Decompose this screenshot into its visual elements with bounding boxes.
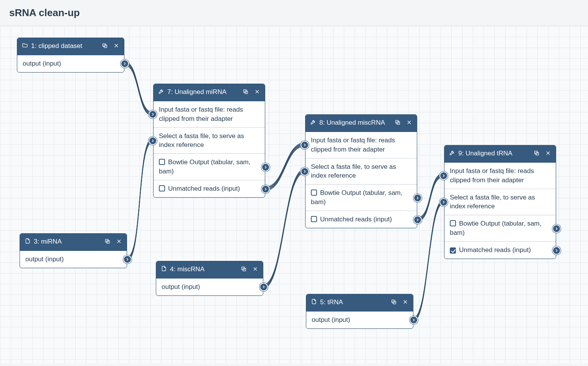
node-header[interactable]: 3: miRNA xyxy=(20,234,127,251)
port[interactable] xyxy=(301,141,309,149)
port[interactable] xyxy=(413,216,422,224)
port[interactable] xyxy=(261,185,270,193)
copy-icon[interactable] xyxy=(104,238,111,244)
page-title: sRNA clean-up xyxy=(0,0,588,26)
node-n9[interactable]: 9: Unaligned tRNAInput fasta or fastq fi… xyxy=(444,145,556,259)
bowtie-output-row: Bowtie Output (tabular, sam, bam) xyxy=(444,215,556,241)
output-row: output (input) xyxy=(20,251,127,268)
copy-icon[interactable] xyxy=(533,150,540,156)
node-header[interactable]: 7: Unaligned miRNA xyxy=(154,84,265,101)
node-header[interactable]: 8: Unaligned miscRNA xyxy=(306,115,417,132)
copy-icon[interactable] xyxy=(243,89,249,95)
input-fasta-row: Input fasta or fastq file: reads clipped… xyxy=(306,132,417,158)
wrench-icon xyxy=(158,88,164,94)
checkbox[interactable] xyxy=(311,190,317,196)
node-title: 9: Unaligned tRNA xyxy=(458,149,512,158)
input-fasta-row: Input fasta or fastq file: reads clipped… xyxy=(444,163,556,189)
copy-icon[interactable] xyxy=(395,119,401,125)
checkbox[interactable] xyxy=(159,185,165,191)
node-n8[interactable]: 8: Unaligned miscRNAInput fasta or fastq… xyxy=(305,114,417,228)
port[interactable] xyxy=(121,59,129,68)
close-icon[interactable] xyxy=(252,266,258,272)
unmatched-reads-row: Unmatched reads (input) xyxy=(154,180,265,197)
output-row: output (input) xyxy=(306,312,413,328)
copy-icon[interactable] xyxy=(102,43,108,49)
copy-icon[interactable] xyxy=(391,299,397,305)
port[interactable] xyxy=(410,316,418,324)
checkbox[interactable] xyxy=(450,220,456,226)
node-title: 8: Unaligned miscRNA xyxy=(319,119,385,127)
wrench-icon xyxy=(449,149,455,155)
port[interactable] xyxy=(149,110,157,119)
checkbox[interactable] xyxy=(159,159,165,165)
node-title: 1: clipped dataset xyxy=(31,42,82,51)
port[interactable] xyxy=(552,224,561,233)
input-fasta-row: Input fasta or fastq file: reads clipped… xyxy=(154,101,265,127)
checkbox[interactable] xyxy=(450,247,456,254)
node-title: 3: miRNA xyxy=(34,237,62,246)
close-icon[interactable] xyxy=(254,89,260,95)
bowtie-output-row: Bowtie Output (tabular, sam, bam) xyxy=(306,184,417,211)
node-n7[interactable]: 7: Unaligned miRNAInput fasta or fastq f… xyxy=(153,84,265,198)
wrench-icon xyxy=(310,119,316,125)
node-n1[interactable]: 1: clipped datasetoutput (input) xyxy=(17,38,124,73)
port[interactable] xyxy=(261,163,270,171)
port[interactable] xyxy=(439,198,448,206)
node-header[interactable]: 4: miscRNA xyxy=(156,261,263,279)
node-n5[interactable]: 5: tRNAoutput (input) xyxy=(306,294,413,329)
node-n4[interactable]: 4: miscRNAoutput (input) xyxy=(156,261,263,296)
node-title: 5: tRNA xyxy=(320,298,343,307)
checkbox[interactable] xyxy=(311,216,317,222)
port[interactable] xyxy=(552,246,561,255)
port[interactable] xyxy=(259,283,268,291)
workflow-canvas[interactable]: 1: clipped datasetoutput (input)3: miRNA… xyxy=(0,26,588,363)
close-icon[interactable] xyxy=(113,43,119,49)
node-title: 4: miscRNA xyxy=(170,265,205,274)
node-n3[interactable]: 3: miRNAoutput (input) xyxy=(20,233,127,268)
file-icon xyxy=(311,298,317,304)
select-fasta-row: Select a fasta file, to serve as index r… xyxy=(154,127,265,154)
close-icon[interactable] xyxy=(545,150,551,156)
port[interactable] xyxy=(301,167,309,176)
port[interactable] xyxy=(439,171,448,180)
select-fasta-row: Select a fasta file, to serve as index r… xyxy=(444,189,556,215)
close-icon[interactable] xyxy=(406,119,412,125)
close-icon[interactable] xyxy=(402,299,408,305)
copy-icon[interactable] xyxy=(241,266,247,272)
node-header[interactable]: 5: tRNA xyxy=(306,294,413,312)
unmatched-reads-row: Unmatched reads (input) xyxy=(306,211,417,228)
port[interactable] xyxy=(149,137,157,145)
file-icon xyxy=(161,265,167,271)
file-icon xyxy=(25,237,31,244)
node-title: 7: Unaligned miRNA xyxy=(167,88,226,97)
bowtie-output-row: Bowtie Output (tabular, sam, bam) xyxy=(154,153,265,180)
output-row: output (input) xyxy=(156,279,263,295)
output-row: output (input) xyxy=(17,55,124,72)
node-header[interactable]: 9: Unaligned tRNA xyxy=(444,145,556,163)
select-fasta-row: Select a fasta file, to serve as index r… xyxy=(306,158,417,185)
unmatched-reads-row: Unmatched reads (input) xyxy=(444,241,556,259)
folder-icon xyxy=(22,42,28,48)
port[interactable] xyxy=(123,255,132,264)
close-icon[interactable] xyxy=(116,238,122,244)
port[interactable] xyxy=(413,194,422,202)
node-header[interactable]: 1: clipped dataset xyxy=(17,38,124,55)
